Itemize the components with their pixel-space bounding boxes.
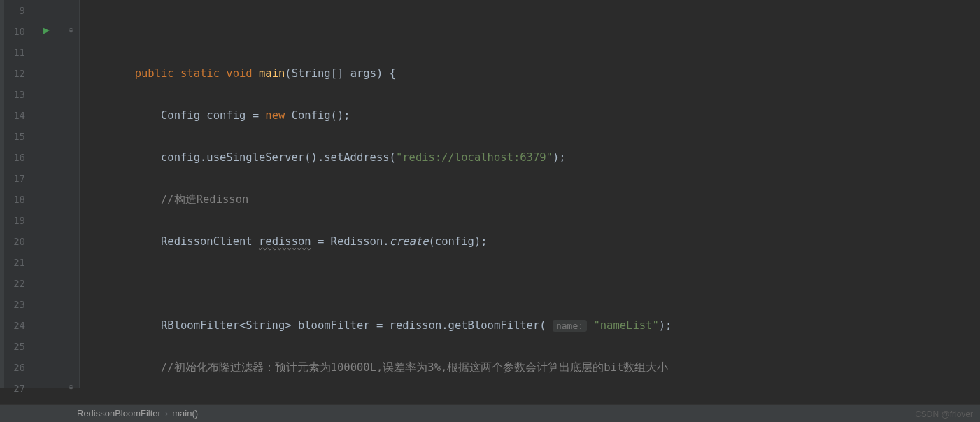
breadcrumb-item[interactable]: main() — [172, 408, 198, 419]
inlay-hint: name: — [553, 320, 587, 332]
code-line — [83, 21, 980, 42]
code-line: //初始化布隆过滤器：预计元素为100000L,误差率为3%,根据这两个参数会计… — [83, 357, 980, 378]
code-line: RBloomFilter<String> bloomFilter = redis… — [83, 315, 980, 336]
code-line: RedissonClient redisson = Redisson.creat… — [83, 231, 980, 252]
breadcrumb-item[interactable]: RedissonBloomFilter — [77, 408, 161, 419]
fold-column: ⊖ ⊖ — [67, 0, 80, 388]
code-line — [83, 273, 980, 294]
code-line: Config config = new Config(); — [83, 105, 980, 126]
breadcrumb[interactable]: RedissonBloomFilter › main() — [0, 404, 980, 422]
code-line: //构造Redisson — [83, 189, 980, 210]
watermark: CSDN @friover — [915, 409, 973, 419]
activity-strip — [0, 0, 4, 388]
editor: 9101112131415161718192021222324252627 ▶ … — [0, 0, 980, 388]
line-number-gutter: 9101112131415161718192021222324252627 — [0, 0, 39, 388]
code-area[interactable]: public static void main(String[] args) {… — [80, 0, 980, 388]
fold-icon[interactable]: ⊖ — [69, 382, 73, 392]
chevron-right-icon: › — [165, 408, 168, 419]
run-icon[interactable]: ▶ — [43, 24, 50, 36]
fold-icon[interactable]: ⊖ — [69, 25, 73, 35]
code-line: config.useSingleServer().setAddress("red… — [83, 147, 980, 168]
gutter-icons: ▶ — [39, 0, 67, 388]
code-line: public static void main(String[] args) { — [83, 63, 980, 84]
